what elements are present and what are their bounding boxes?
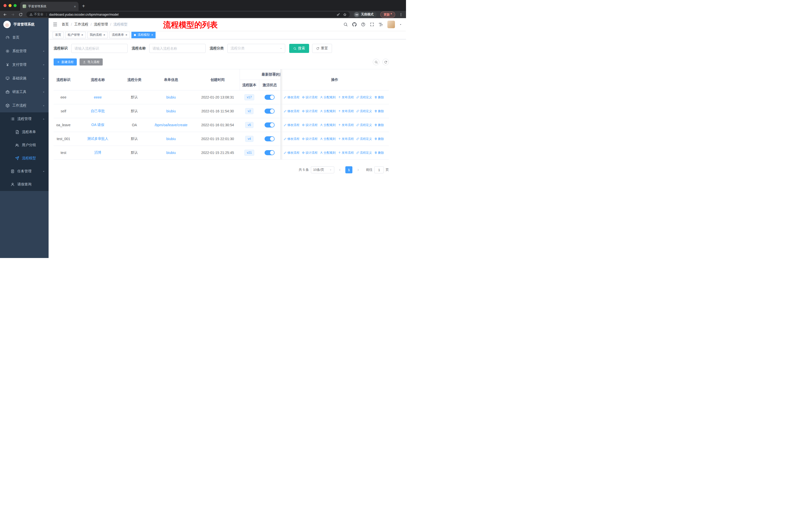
active-switch[interactable] [265,123,274,128]
goto-page-input[interactable] [374,166,384,173]
action-modify[interactable]: 修改流程 [284,95,299,100]
action-modify[interactable]: 修改流程 [284,151,299,155]
sidebar-collapse-icon[interactable] [53,22,58,27]
filter-input[interactable] [71,44,127,53]
version-tag[interactable]: v21 [244,150,254,156]
fullscreen-icon[interactable] [370,22,374,27]
browser-menu-icon[interactable] [399,12,403,17]
close-icon[interactable]: × [125,33,127,36]
close-icon[interactable]: × [81,33,83,36]
action-publish[interactable]: 发布流程 [338,123,354,127]
action-definition[interactable]: 流程定义 [356,123,372,127]
action-design[interactable]: 设计流程 [302,95,318,100]
sidebar-item-workflow[interactable]: 工作流程 [0,99,49,112]
toggle-search-button[interactable] [373,59,379,65]
action-assign-rule[interactable]: 分配规则 [320,95,336,100]
process-name-link[interactable]: eeee [94,95,102,99]
form-link[interactable]: biubiu [166,151,176,155]
form-link[interactable]: biubiu [166,109,176,113]
avatar-caret-icon[interactable] [399,23,402,26]
action-definition[interactable]: 流程定义 [356,137,372,141]
action-design[interactable]: 设计流程 [302,137,318,141]
breadcrumb-item[interactable]: 流程管理 [94,22,108,27]
version-tag[interactable]: v17 [244,94,254,100]
action-publish[interactable]: 发布流程 [338,137,354,141]
user-avatar[interactable] [387,21,395,28]
font-size-icon[interactable] [379,22,383,27]
action-assign-rule[interactable]: 分配规则 [320,137,336,141]
view-tab[interactable]: 租户管理× [65,32,86,38]
page-size-select[interactable]: 10条/页 [311,166,334,173]
back-icon[interactable] [3,12,7,17]
update-button[interactable]: 更新 [380,11,395,18]
action-publish[interactable]: 发布流程 [338,151,354,155]
close-icon[interactable]: × [151,33,153,36]
tab-close-icon[interactable]: × [74,4,76,8]
active-switch[interactable] [265,136,274,141]
action-delete[interactable]: 删除 [374,151,384,155]
action-delete[interactable]: 删除 [374,123,384,127]
sidebar-item-task-management[interactable]: 任务管理 [0,165,49,178]
action-delete[interactable]: 删除 [374,109,384,113]
forward-icon[interactable] [11,12,15,17]
refresh-table-button[interactable] [382,59,389,65]
filter-select[interactable]: 流程分类 [227,44,285,53]
action-publish[interactable]: 发布流程 [338,95,354,100]
reload-icon[interactable] [19,12,23,17]
action-delete[interactable]: 删除 [374,95,384,100]
next-page-button[interactable] [354,166,361,173]
search-button[interactable]: 搜索 [289,44,309,53]
action-definition[interactable]: 流程定义 [356,151,372,155]
sidebar-item-system[interactable]: 系统管理 [0,44,49,58]
bookmark-star-icon[interactable] [343,13,347,17]
action-assign-rule[interactable]: 分配规则 [320,151,336,155]
action-modify[interactable]: 修改流程 [284,137,299,141]
process-name-link[interactable]: OA 请假 [91,123,104,127]
help-icon[interactable] [361,22,366,27]
process-name-link[interactable]: 测试多审批人 [87,137,109,141]
action-delete[interactable]: 删除 [374,137,384,141]
browser-tab[interactable]: 芋道管理系统 × [20,2,79,11]
version-tag[interactable]: v5 [245,122,254,128]
sidebar-item-process-management[interactable]: 流程管理 [0,112,49,126]
action-modify[interactable]: 修改流程 [284,123,299,127]
import-process-button[interactable]: 导入流程 [80,58,103,65]
view-tab[interactable]: 我的流程× [87,32,108,38]
breadcrumb-item[interactable]: 工作流程 [74,22,88,27]
action-definition[interactable]: 流程定义 [356,109,372,113]
version-tag[interactable]: v4 [245,136,254,142]
action-assign-rule[interactable]: 分配规则 [320,123,336,127]
view-tab[interactable]: 流程表单× [109,32,130,38]
sidebar-item-home[interactable]: 首页 [0,31,49,44]
form-link[interactable]: /bpm/oa/leave/create [154,123,187,127]
sidebar-item-infrastructure[interactable]: 基础设施 [0,72,49,85]
form-link[interactable]: biubiu [166,137,176,141]
zoom-window-button[interactable] [13,4,17,7]
sidebar-item-leave-query[interactable]: 请假查询 [0,178,49,191]
sidebar-item-process-form[interactable]: 流程表单 [0,126,49,139]
close-icon[interactable]: × [104,33,106,36]
action-design[interactable]: 设计流程 [302,123,318,127]
breadcrumb-item[interactable]: 首页 [62,22,69,27]
minimize-window-button[interactable] [8,4,11,7]
sidebar-item-devtools[interactable]: 研发工具 [0,85,49,99]
action-design[interactable]: 设计流程 [302,151,318,155]
active-switch[interactable] [265,150,274,155]
action-design[interactable]: 设计流程 [302,109,318,113]
action-assign-rule[interactable]: 分配规则 [320,109,336,113]
action-publish[interactable]: 发布流程 [338,109,354,113]
password-key-icon[interactable] [337,13,340,17]
github-icon[interactable] [352,22,357,27]
form-link[interactable]: biubiu [166,95,176,99]
create-process-button[interactable]: 新建流程 [54,58,77,65]
sidebar-item-process-model[interactable]: 流程模型 [0,152,49,165]
view-tab[interactable]: 流程模型× [132,32,156,38]
page-number-current[interactable]: 1 [345,166,352,173]
filter-input[interactable] [149,44,206,53]
new-tab-button[interactable]: + [82,3,85,8]
reset-button[interactable]: 重置 [312,44,332,53]
action-modify[interactable]: 修改流程 [284,109,299,113]
close-window-button[interactable] [3,4,6,7]
process-name-link[interactable]: 自己审批 [91,109,105,113]
active-switch[interactable] [265,95,274,100]
